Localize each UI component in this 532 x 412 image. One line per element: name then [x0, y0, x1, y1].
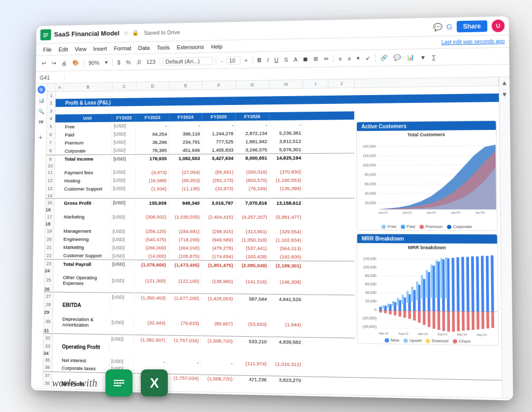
cell-11hi[interactable]: [303, 167, 354, 176]
col-d-header[interactable]: D: [136, 82, 169, 90]
cell-23hi[interactable]: [303, 261, 355, 270]
cell-reference-input[interactable]: [38, 74, 65, 80]
menu-view[interactable]: View: [72, 44, 89, 52]
cell-7hi[interactable]: [303, 136, 354, 145]
strikethrough-button[interactable]: S: [282, 55, 290, 63]
cell-9a[interactable]: [55, 155, 62, 163]
cell-8hi[interactable]: [303, 144, 354, 153]
cell-27hi[interactable]: [303, 295, 355, 303]
bold-button[interactable]: B: [256, 56, 264, 64]
tab-e[interactable]: E: [364, 397, 379, 400]
cell-25a[interactable]: [53, 274, 61, 286]
comment-button[interactable]: 💬: [392, 53, 403, 62]
cell-21a[interactable]: [54, 243, 61, 251]
left-icon-4[interactable]: 🗺: [36, 117, 45, 127]
align-left-button[interactable]: ≡: [337, 54, 344, 62]
left-icon-3[interactable]: 🔍: [36, 107, 45, 116]
cell-12hi[interactable]: [303, 175, 355, 183]
cell-35a[interactable]: [52, 356, 60, 364]
star-icon[interactable]: ☆: [124, 29, 129, 36]
menu-format[interactable]: Format: [111, 44, 134, 52]
tab-valuation[interactable]: Valuation ▾: [202, 394, 242, 400]
cell-20a[interactable]: [54, 235, 61, 243]
cell-6a[interactable]: [55, 130, 63, 139]
function-button[interactable]: ∑: [430, 52, 438, 61]
sheet-list-button[interactable]: ≡: [43, 391, 49, 400]
left-icon-2[interactable]: 📊: [36, 95, 45, 104]
cell-19hi[interactable]: [303, 227, 355, 236]
cell-4k[interactable]: [328, 111, 354, 119]
cell-9hi[interactable]: [303, 153, 354, 162]
cell-4a[interactable]: [55, 114, 63, 123]
cell-28a[interactable]: [52, 300, 60, 309]
cell-2a[interactable]: [56, 99, 63, 107]
comments-icon[interactable]: 💬: [433, 22, 443, 31]
text-color-button[interactable]: A: [291, 55, 299, 63]
cell-14[interactable]: [54, 192, 354, 198]
cell-32b[interactable]: [60, 334, 110, 343]
fill-color-button[interactable]: ◼: [301, 55, 310, 63]
col-a-header[interactable]: A: [56, 83, 63, 91]
cell-13hi[interactable]: [303, 184, 355, 192]
cell-30hi[interactable]: [303, 318, 355, 331]
left-icon-plus[interactable]: +: [36, 132, 45, 142]
cell-12a[interactable]: [55, 176, 62, 184]
decimal-inc-button[interactable]: 123: [144, 57, 158, 65]
print-button[interactable]: 🖨: [59, 59, 69, 67]
zoom-dropdown-icon[interactable]: ▾: [103, 58, 110, 67]
col-g-header[interactable]: G: [235, 80, 269, 89]
cell-15a[interactable]: [54, 198, 62, 207]
font-size-input[interactable]: [227, 56, 241, 64]
cell-5a[interactable]: [55, 122, 63, 130]
share-button[interactable]: Share: [457, 20, 488, 32]
cell-37hi[interactable]: [303, 376, 355, 385]
cell-25hi[interactable]: [303, 275, 355, 288]
cell-8a[interactable]: [55, 147, 63, 155]
cell-32hi[interactable]: [303, 337, 355, 347]
col-c-header[interactable]: C: [112, 82, 136, 90]
currency-button[interactable]: $: [115, 58, 123, 66]
align-right-button[interactable]: ▾: [355, 54, 362, 62]
cell-19a[interactable]: [54, 227, 61, 235]
tab-hiring-plan[interactable]: Hiring Plan ▾: [279, 395, 324, 400]
cell-5hi[interactable]: [303, 119, 354, 128]
cell-11a[interactable]: [55, 168, 62, 177]
cell-21hi[interactable]: [303, 244, 355, 253]
cell-33a[interactable]: [52, 342, 60, 350]
col-f-header[interactable]: F: [202, 81, 235, 89]
cell-23a[interactable]: [53, 259, 61, 268]
cell-17hi[interactable]: [303, 212, 355, 221]
merge-button[interactable]: ⇔: [322, 54, 330, 63]
cell-22hi[interactable]: [303, 252, 355, 261]
insert-chart-button[interactable]: 📊: [405, 52, 417, 61]
menu-tools[interactable]: Tools: [154, 43, 173, 51]
cell-27a[interactable]: [53, 292, 61, 300]
text-wrap-button[interactable]: ↙: [364, 54, 373, 62]
account-icon[interactable]: G: [446, 22, 452, 31]
cell-35hi[interactable]: [303, 360, 355, 369]
align-center-button[interactable]: ≡: [345, 54, 353, 62]
cell-30a[interactable]: [52, 315, 61, 327]
cell-17a[interactable]: [54, 212, 62, 221]
menu-extensions[interactable]: Extensions: [174, 42, 207, 51]
cell-6hi[interactable]: [303, 128, 354, 137]
col-h-header[interactable]: H: [269, 79, 303, 88]
font-size-increase[interactable]: +: [242, 56, 249, 64]
menu-edit[interactable]: Edit: [56, 45, 71, 53]
menu-help[interactable]: Help: [208, 42, 225, 50]
add-sheet-button[interactable]: +: [35, 391, 41, 400]
filter-button[interactable]: ▼: [418, 52, 428, 61]
cell-32a[interactable]: [52, 334, 60, 342]
borders-button[interactable]: ⊞: [311, 54, 320, 63]
cell-36hi[interactable]: [303, 368, 355, 377]
font-selector[interactable]: [163, 56, 214, 65]
cell-4hi[interactable]: [269, 111, 328, 120]
tab-scroll-right[interactable]: ▶: [381, 400, 386, 400]
right-icon-2[interactable]: ▼: [501, 90, 508, 98]
last-edit-text[interactable]: Last edit was seconds ago: [442, 38, 505, 45]
insert-link-button[interactable]: 🔗: [378, 53, 390, 62]
cell-22a[interactable]: [54, 251, 61, 259]
zoom-control[interactable]: 90%: [86, 58, 101, 67]
percent-button[interactable]: %: [124, 58, 132, 66]
col-e-header[interactable]: E: [169, 81, 203, 90]
